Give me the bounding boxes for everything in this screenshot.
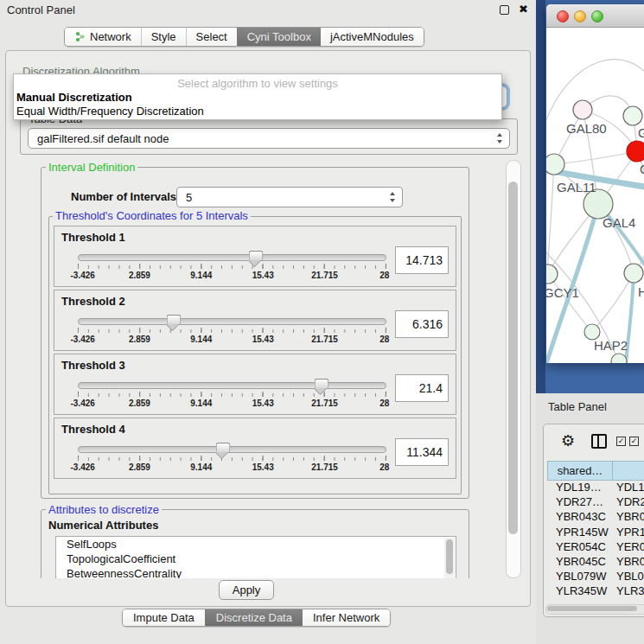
table-cell[interactable]: YBR0 bbox=[613, 510, 644, 525]
close-traffic-light-icon[interactable] bbox=[557, 10, 569, 22]
table-row[interactable]: YBR045CYBR0 bbox=[547, 555, 644, 570]
tab-label: Discretize Data bbox=[216, 611, 292, 624]
table-cell[interactable]: YER054C bbox=[547, 540, 613, 555]
attributes-list[interactable]: SelfLoopsTopologicalCoefficientBetweenne… bbox=[55, 536, 456, 578]
attributes-list-scrollbar[interactable] bbox=[444, 538, 455, 578]
tab-discretize-data[interactable]: Discretize Data bbox=[205, 609, 303, 626]
scrollbar-thumb[interactable] bbox=[446, 539, 453, 574]
scrollbar-thumb[interactable] bbox=[508, 182, 518, 534]
threshold-slider[interactable]: -3.4262.8599.14415.4321.71528 bbox=[78, 250, 386, 281]
threshold-value-field[interactable]: 14.713 bbox=[395, 246, 449, 274]
table-cell[interactable]: YDR27… bbox=[547, 495, 613, 510]
threshold-value-field[interactable]: 6.316 bbox=[395, 310, 449, 338]
table-cell[interactable]: YIL052C bbox=[547, 600, 613, 603]
number-of-intervals-combobox[interactable]: 5 bbox=[176, 187, 403, 207]
attribute-item[interactable]: BetweennessCentrality bbox=[56, 566, 456, 578]
slider-track[interactable] bbox=[78, 318, 386, 325]
network-node[interactable] bbox=[611, 354, 627, 363]
slider-scale-label: -3.426 bbox=[70, 399, 94, 408]
threshold-label: Threshold 1 bbox=[61, 231, 125, 244]
table-cell[interactable]: YBR0 bbox=[613, 555, 644, 570]
table-row[interactable]: YBR043CYBR0 bbox=[547, 510, 644, 525]
threshold-slider[interactable]: -3.4262.8599.14415.4321.71528 bbox=[78, 442, 386, 473]
network-view-window[interactable]: GAL80GCGAL11GAL4GCY1HHAP2 bbox=[546, 4, 644, 363]
tab-style[interactable]: Style bbox=[141, 28, 186, 46]
table-cell[interactable]: YLR345W bbox=[547, 584, 613, 599]
float-window-icon[interactable] bbox=[500, 5, 509, 15]
minimize-traffic-light-icon[interactable] bbox=[574, 10, 586, 22]
network-node[interactable] bbox=[623, 106, 642, 125]
network-node[interactable] bbox=[624, 264, 643, 283]
table-cell[interactable]: YPR145W bbox=[547, 526, 613, 540]
slider-scale-label: -3.426 bbox=[70, 335, 94, 344]
table-row[interactable]: YDR27…YDR2 bbox=[547, 495, 644, 510]
table-cell[interactable]: YPR1 bbox=[613, 526, 644, 540]
network-node[interactable] bbox=[627, 141, 644, 162]
dropdown-option-manual[interactable]: Manual Discretization bbox=[16, 91, 132, 104]
tab-network[interactable]: Network bbox=[65, 28, 141, 46]
network-node[interactable] bbox=[546, 265, 558, 284]
table-row[interactable]: YPR145WYPR1 bbox=[547, 526, 644, 540]
zoom-traffic-light-icon[interactable] bbox=[591, 10, 603, 22]
network-window-titlebar[interactable] bbox=[546, 4, 644, 28]
table-row[interactable]: YER054CYER0 bbox=[547, 540, 644, 555]
vertical-scrollbar[interactable] bbox=[506, 160, 521, 578]
horizontal-scrollbar[interactable] bbox=[545, 604, 644, 615]
split-pane-icon[interactable] bbox=[591, 434, 607, 449]
table-data-combobox[interactable]: galFiltered.sif default node bbox=[28, 128, 510, 149]
threshold-value-field[interactable]: 11.344 bbox=[395, 438, 449, 466]
slider-minor-ticks bbox=[78, 329, 386, 333]
top-tab-bar: NetworkStyleSelectCyni ToolboxjActiveMNo… bbox=[64, 27, 424, 47]
apply-button[interactable]: Apply bbox=[219, 580, 274, 600]
gear-icon[interactable]: ⚙ bbox=[561, 431, 575, 450]
number-of-intervals-value: 5 bbox=[186, 191, 192, 204]
table-row[interactable]: YBL079WYBL0 bbox=[547, 570, 644, 584]
table-cell[interactable]: YDL19… bbox=[547, 481, 613, 495]
slider-thumb[interactable] bbox=[249, 251, 264, 260]
bottom-tab-bar: Impute DataDiscretize DataInfer Network bbox=[122, 609, 391, 627]
slider-track[interactable] bbox=[78, 382, 386, 389]
tab-infer-network[interactable]: Infer Network bbox=[303, 609, 390, 626]
table-cell[interactable]: YIL0 bbox=[613, 600, 644, 603]
slider-thumb[interactable] bbox=[215, 443, 230, 452]
table-panel-region: Table Panel ⚙ ✓ ✓ shared… na YDL19…YDL1Y… bbox=[536, 393, 644, 644]
attribute-item[interactable]: TopologicalCoefficient bbox=[56, 552, 456, 566]
close-icon[interactable]: ✖ bbox=[519, 3, 528, 16]
slider-thumb[interactable] bbox=[166, 315, 181, 324]
column-header[interactable]: na bbox=[613, 461, 644, 481]
threshold-slider[interactable]: -3.4262.8599.14415.4321.71528 bbox=[78, 378, 386, 409]
threshold-value-field[interactable]: 21.4 bbox=[395, 374, 449, 402]
scrollbar-thumb[interactable] bbox=[547, 606, 637, 611]
table-panel: ⚙ ✓ ✓ shared… na YDL19…YDL1YDR27…YDR2YBR… bbox=[543, 424, 644, 617]
algorithm-dropdown-popup: Select algorithm to view settings Manual… bbox=[13, 73, 502, 120]
dropdown-option-equal-width[interactable]: Equal Width/Frequency Discretization bbox=[16, 105, 204, 118]
threshold-label: Threshold 4 bbox=[61, 423, 125, 436]
table-cell[interactable]: YLR3 bbox=[613, 584, 644, 599]
tab-jactivemnodules[interactable]: jActiveMNodules bbox=[321, 28, 424, 46]
slider-scale-label: 15.43 bbox=[252, 335, 274, 344]
table-cell[interactable]: YBR045C bbox=[547, 555, 613, 570]
slider-track[interactable] bbox=[78, 446, 386, 453]
table-cell[interactable]: YDR2 bbox=[613, 495, 644, 510]
column-header[interactable]: shared… bbox=[547, 461, 613, 481]
table-cell[interactable]: YBL079W bbox=[547, 570, 613, 584]
table-cell[interactable]: YBL0 bbox=[613, 570, 644, 584]
threshold-slider[interactable]: -3.4262.8599.14415.4321.71528 bbox=[78, 314, 386, 345]
slider-thumb[interactable] bbox=[315, 379, 329, 388]
network-canvas[interactable]: GAL80GCGAL11GAL4GCY1HHAP2 bbox=[546, 28, 644, 363]
checkbox-icon[interactable]: ✓ bbox=[629, 437, 639, 446]
attribute-item[interactable]: SelfLoops bbox=[56, 537, 456, 552]
tab-select[interactable]: Select bbox=[186, 28, 237, 46]
checkbox-icon[interactable]: ✓ bbox=[616, 437, 626, 446]
table-cell[interactable]: YER0 bbox=[613, 540, 644, 555]
network-node[interactable] bbox=[546, 154, 564, 175]
tab-cyni-toolbox[interactable]: Cyni Toolbox bbox=[237, 28, 321, 46]
table-row[interactable]: YIL052CYIL0 bbox=[547, 600, 644, 603]
table-cell[interactable]: YBR043C bbox=[547, 510, 613, 525]
table-row[interactable]: YDL19…YDL1 bbox=[547, 481, 644, 495]
tab-impute-data[interactable]: Impute Data bbox=[123, 609, 205, 626]
network-node[interactable] bbox=[573, 100, 592, 119]
slider-track[interactable] bbox=[78, 254, 386, 261]
table-cell[interactable]: YDL1 bbox=[613, 481, 644, 495]
table-row[interactable]: YLR345WYLR3 bbox=[547, 584, 644, 599]
